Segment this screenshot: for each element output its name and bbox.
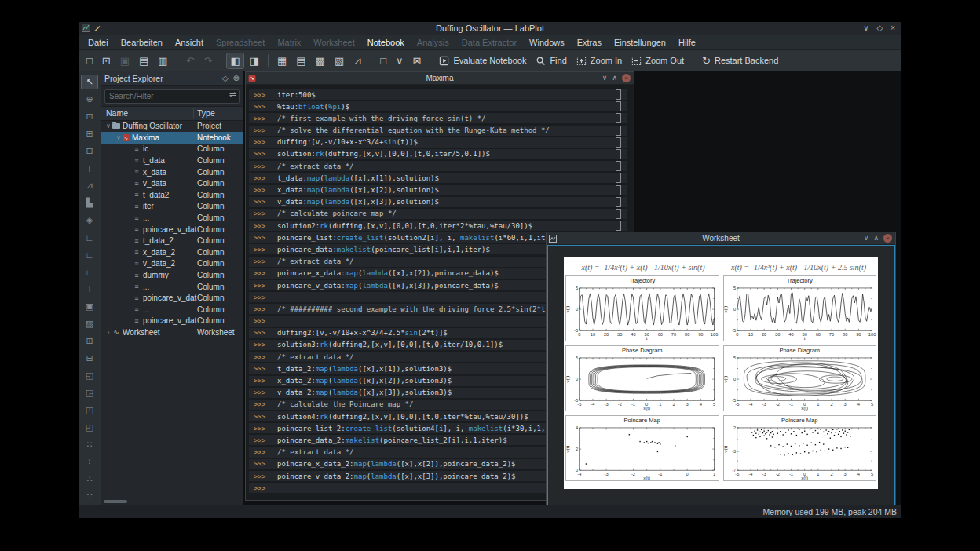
code-cell[interactable]: >>>t_data:map(lambda([x],x[1]),solution)…	[249, 173, 627, 183]
code-cell[interactable]: >>>v_data:map(lambda([x],x[3]),solution)…	[249, 197, 627, 207]
restart-backend-button[interactable]: ↻Restart Backend	[698, 53, 782, 69]
plot-icon[interactable]: ⊿	[81, 178, 98, 193]
zoom-x-select-icon[interactable]: ⊞	[81, 126, 98, 141]
code-cell[interactable]: >>>/* calculate poincare map */	[249, 209, 627, 219]
tree-row-t-data2[interactable]: ≡t_data2Column	[101, 189, 243, 201]
shift-down-icon[interactable]: ◰	[81, 420, 98, 435]
close-panel-icon[interactable]: ⊗	[233, 74, 240, 82]
find-button[interactable]: Find	[532, 53, 570, 69]
close-icon[interactable]: ×	[890, 22, 895, 35]
tree-row-ic[interactable]: ≡icColumn	[101, 144, 243, 155]
minimize-icon[interactable]: ∨	[864, 232, 869, 244]
notebook-plot-button[interactable]: ▧	[331, 53, 348, 69]
filter-icon[interactable]: ⇌	[229, 89, 236, 100]
menu-item-notebook[interactable]: Notebook	[361, 35, 411, 49]
polar-plot-icon[interactable]: ◈	[81, 213, 98, 228]
menu-item-windows[interactable]: Windows	[523, 35, 571, 49]
tree-row-worksheet[interactable]: ›∿WorksheetWorksheet	[101, 327, 243, 338]
zoom-out-button[interactable]: Zoom Out	[627, 53, 688, 69]
menu-item-einstellungen[interactable]: Einstellungen	[608, 35, 672, 49]
image-icon[interactable]: ▣	[81, 299, 98, 314]
new-cell-button[interactable]: □	[376, 53, 390, 69]
plot-panel-trajectory-1[interactable]: Trajectory010203040506070809010050-5tx(t…	[565, 276, 719, 341]
shift-right-icon[interactable]: ◲	[81, 385, 98, 400]
maximize-icon[interactable]: ∧	[612, 72, 617, 84]
text-label-icon[interactable]: ⊤	[81, 282, 98, 297]
plot-panel-poincare-map-1[interactable]: Poincare Map-4-3-2-101420x(t)v(t)	[565, 415, 719, 481]
histogram-icon[interactable]: ▙	[81, 195, 98, 210]
open-file-button[interactable]: ⊡	[98, 53, 115, 69]
shift-left-icon[interactable]: ◱	[81, 368, 98, 383]
notebook-title-bar[interactable]: Maxima ∨ ∧ ×	[246, 72, 634, 85]
notebook-matrix-button[interactable]: ▩	[312, 53, 329, 69]
print-preview-button[interactable]: ▥	[154, 53, 171, 69]
tree-row-x-data[interactable]: ≡x_dataColumn	[101, 166, 243, 178]
code-cell[interactable]: >>>/* extract data */	[249, 161, 627, 171]
column-header-type[interactable]: Type	[193, 108, 243, 118]
code-cell[interactable]: >>>solution2:rk(duffing,[x,v],[0,0],[t,0…	[249, 221, 627, 231]
text-cursor-icon[interactable]: I	[81, 161, 98, 176]
tree-row-x-data-2[interactable]: ≡x_data_2Column	[101, 246, 243, 258]
shift-up-icon[interactable]: ◳	[81, 403, 98, 418]
code-cell[interactable]: >>>/* first example with the driving for…	[249, 113, 627, 123]
tree-row-v-data-2[interactable]: ≡v_data_2Column	[101, 258, 243, 270]
axis-two-icon[interactable]: ∟	[81, 247, 98, 262]
worksheet-title-bar[interactable]: Worksheet ∨ ∧ ×	[547, 232, 895, 245]
tree-row-t-data-2[interactable]: ≡t_data_2Column	[101, 235, 243, 246]
menu-item-hilfe[interactable]: Hilfe	[672, 35, 702, 49]
horizontal-scrollbar[interactable]	[104, 500, 127, 503]
axis-three-icon[interactable]: ∟	[81, 265, 98, 279]
auto-scale-icon[interactable]: ∷	[81, 437, 98, 452]
tree-row-[interactable]: ≡...Column	[101, 281, 243, 293]
plot-panel-trajectory-2[interactable]: Trajectory010203040506070809010050-5tx(t…	[723, 276, 877, 341]
expander-icon[interactable]: ∨	[104, 122, 112, 130]
code-cell[interactable]: >>>solution:rk(duffing,[x,v],[0,0],[t,0,…	[249, 149, 627, 159]
zoom-in-button[interactable]: Zoom In	[572, 53, 626, 69]
plot-panel-poincare-map-2[interactable]: Poincare Map-5-4-3-2-10123452-3-7x(t)v(t…	[723, 415, 877, 481]
tree-row-[interactable]: ≡...Column	[101, 212, 243, 224]
new-file-button[interactable]: □	[82, 53, 97, 69]
select-cursor-icon[interactable]: ↖	[81, 75, 98, 89]
zoom-y-select-icon[interactable]: ⊟	[81, 144, 98, 159]
new-cell-dropdown[interactable]: ∨	[392, 53, 408, 69]
plot-panel-phase-diagram-1[interactable]: Phase Diagram-5-4-3-2-101234550-5x(t)v(t…	[565, 345, 719, 411]
axis-icon[interactable]: ∟	[81, 230, 98, 245]
code-cell[interactable]: >>>duffing:[v,-v/10+x-x^3/4+sin(t)]$	[249, 137, 627, 148]
menu-item-ansicht[interactable]: Ansicht	[169, 35, 210, 49]
plot-panel-phase-diagram-2[interactable]: Phase Diagram-5-4-3-2-101234550-5x(t)v(t…	[723, 345, 877, 411]
tree-row-poincare-v-data-2[interactable]: ≡poincare_v_data_2Column	[101, 316, 243, 327]
notebook-table-button[interactable]: ▤	[292, 53, 309, 69]
search-input[interactable]	[104, 89, 240, 104]
menu-item-extras[interactable]: Extras	[571, 35, 608, 49]
minimize-icon[interactable]: ∨	[863, 22, 868, 35]
minimize-icon[interactable]: ∨	[602, 72, 608, 84]
tree-row-t-data[interactable]: ≡t_dataColumn	[101, 155, 243, 166]
restore-icon[interactable]: ◇	[876, 22, 883, 35]
code-cell[interactable]: >>>/* solve the differential equation wi…	[249, 126, 627, 136]
zoom-out-plot-icon[interactable]: ⊟	[81, 351, 98, 366]
toggle-project-explorer-button[interactable]: ◧	[226, 53, 243, 69]
column-header-name[interactable]: Name	[101, 108, 193, 118]
tree-row-v-data[interactable]: ≡v_dataColumn	[101, 177, 243, 189]
zoom-in-plot-icon[interactable]: ⊞	[81, 334, 98, 348]
code-cell[interactable]: >>>iter:500$	[249, 89, 627, 100]
toggle-properties-button[interactable]: ◨	[246, 53, 263, 69]
tree-row-poincare-v-data[interactable]: ≡poincare_v_dataColumn	[101, 292, 243, 304]
maximize-icon[interactable]: ∧	[873, 232, 879, 244]
tree-row-maxima[interactable]: ∨∿MaximaNotebook	[101, 132, 243, 144]
tree-row-duffing-oscillator[interactable]: ∨Duffing OscillatorProject	[101, 121, 243, 133]
float-panel-icon[interactable]: ◇	[222, 74, 229, 82]
remove-cell-button[interactable]: ⊠	[409, 53, 426, 69]
auto-scale-x-icon[interactable]: ∶	[81, 454, 98, 469]
print-button[interactable]: ▤	[135, 53, 152, 69]
tree-row-dummy[interactable]: ≡dummyColumn	[101, 269, 243, 281]
expander-icon[interactable]: ∨	[115, 134, 122, 141]
code-cell[interactable]: >>>%tau:bfloat(%pi)$	[249, 101, 627, 111]
expander-icon[interactable]: ›	[104, 329, 112, 336]
menu-item-datei[interactable]: Datei	[82, 35, 115, 49]
tree-row-[interactable]: ≡...Column	[101, 304, 243, 316]
close-icon[interactable]: ×	[883, 234, 892, 243]
zoom-select-icon[interactable]: ⊡	[81, 109, 98, 124]
menu-item-bearbeiten[interactable]: Bearbeiten	[115, 35, 169, 49]
evaluate-notebook-button[interactable]: Evaluate Notebook	[435, 53, 530, 69]
